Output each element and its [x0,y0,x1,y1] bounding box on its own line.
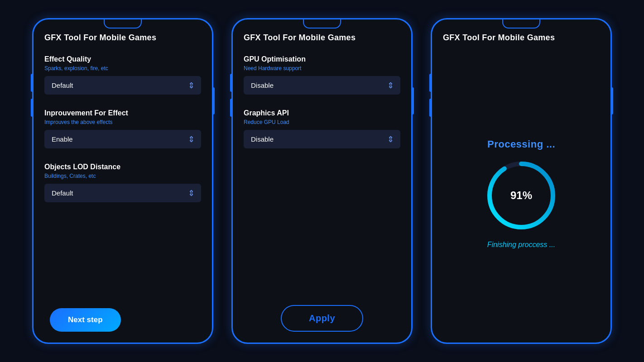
lod-section: Objects LOD Distance Buildings, Crates, … [44,163,201,213]
graphics-api-label: Graphics API [244,109,400,117]
effect-quality-dropdown-wrapper: Default Low Medium High ⇕ [44,76,201,95]
phone-screen-1: GFX Tool For Mobile Games Effect Quality… [32,18,213,344]
processing-title: Processing ... [487,138,555,150]
graphics-api-sublabel: Reduce GPU Load [244,119,400,125]
app-title-1: GFX Tool For Mobile Games [44,33,201,43]
gpu-sublabel: Need Hardware support [244,65,400,71]
effect-quality-label: Effect Quality [44,55,201,63]
effect-quality-sublabel: Sparks, explosion, fire, etc [44,65,201,71]
side-button-left-2 [31,99,33,117]
gpu-label: GPU Optimisation [244,55,400,63]
progress-circle: 91% [485,159,557,232]
side-button-left-1 [429,74,432,92]
lod-label: Objects LOD Distance [44,163,201,171]
graphics-api-section: Graphics API Reduce GPU Load Disable Ena… [244,109,400,159]
processing-container: Processing ... 91% Finishing proccess ..… [443,55,600,332]
percent-text: 91% [510,189,532,202]
graphics-api-dropdown[interactable]: Disable Enable [244,130,400,148]
graphics-api-dropdown-wrapper: Disable Enable ⇕ [244,130,400,148]
effect-quality-section: Effect Quality Sparks, explosion, fire, … [44,55,201,105]
side-button-left-1 [31,74,33,92]
gpu-dropdown[interactable]: Disable Enable [244,76,400,95]
gpu-dropdown-wrapper: Disable Enable ⇕ [244,76,400,95]
phone-screen-2: GFX Tool For Mobile Games GPU Optimisati… [231,18,413,344]
finishing-text: Finishing proccess ... [487,241,555,249]
side-button-left-2 [429,99,432,117]
side-button-right [412,87,414,114]
side-button-right [611,87,613,114]
improvement-label: Inprouvement For Effect [44,109,201,117]
phone-screen-3: GFX Tool For Mobile Games Processing ...… [431,18,612,344]
app-title-3: GFX Tool For Mobile Games [443,33,600,43]
gpu-section: GPU Optimisation Need Hardware support D… [244,55,400,105]
effect-quality-dropdown[interactable]: Default Low Medium High [44,76,201,95]
lod-sublabel: Buildings, Crates, etc [44,173,201,179]
app-title-2: GFX Tool For Mobile Games [244,33,400,43]
side-button-right [212,87,215,114]
side-button-left-1 [230,74,232,92]
improvement-sublabel: Improuves the above effects [44,119,201,125]
improvement-dropdown-wrapper: Enable Disable ⇕ [44,130,201,148]
next-step-button[interactable]: Next step [50,308,121,332]
lod-dropdown-wrapper: Default Low Medium High ⇕ [44,184,201,202]
side-button-left-2 [230,99,232,117]
improvement-section: Inprouvement For Effect Improuves the ab… [44,109,201,159]
apply-button[interactable]: Apply [281,305,363,332]
lod-dropdown[interactable]: Default Low Medium High [44,184,201,202]
improvement-dropdown[interactable]: Enable Disable [44,130,201,148]
